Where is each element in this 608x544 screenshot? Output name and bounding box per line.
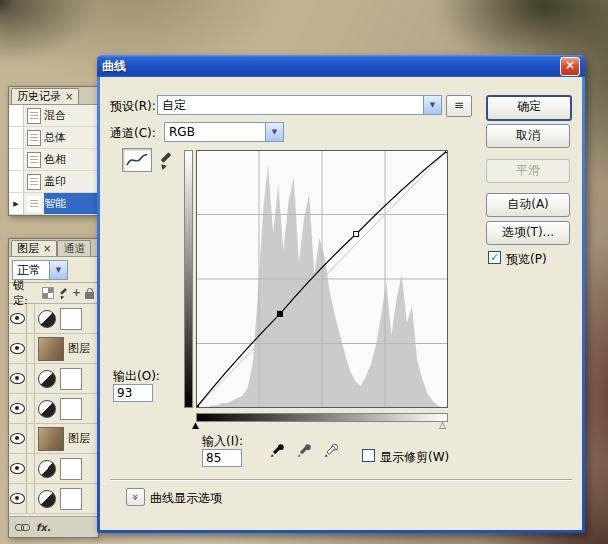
preview-checkbox[interactable]: ✓ <box>488 251 501 264</box>
adjustment-layer-icon <box>38 490 56 508</box>
white-point-eyedropper-button[interactable] <box>320 439 342 461</box>
layer-mask-thumbnail[interactable] <box>60 368 82 390</box>
history-item-label: 智能 <box>44 196 66 211</box>
close-icon[interactable]: × <box>560 57 580 76</box>
layers-list: 图层 图层 <box>9 304 98 514</box>
blend-mode-select[interactable]: 正常 ▼ <box>12 260 68 280</box>
black-eyedropper-icon <box>269 442 286 459</box>
lock-transparency-icon[interactable] <box>42 287 54 299</box>
history-item-label: 盖印 <box>44 174 66 189</box>
dropdown-arrow-icon[interactable]: ▼ <box>265 123 283 141</box>
history-item[interactable]: 混合 <box>9 105 98 127</box>
adjustment-layer-icon <box>38 370 56 388</box>
curve-tool-icon <box>126 153 148 167</box>
cancel-button[interactable]: 取消 <box>486 124 570 148</box>
layer-thumbnail[interactable] <box>38 337 64 361</box>
black-point-eyedropper-button[interactable] <box>266 439 288 461</box>
panel-close-icon[interactable]: × <box>43 244 51 254</box>
tab-layers[interactable]: 图层 × <box>11 240 57 256</box>
layer-row[interactable]: 图层 <box>9 334 98 364</box>
eye-icon <box>10 463 25 474</box>
output-label: 输出(O): <box>113 368 160 385</box>
shadow-slider[interactable]: ▲ <box>192 421 199 430</box>
channel-select[interactable]: RGB ▼ <box>164 122 284 142</box>
dropdown-arrow-icon[interactable]: ▼ <box>423 96 441 114</box>
panel-close-icon[interactable]: × <box>65 92 73 102</box>
layer-thumbnail[interactable] <box>38 427 64 451</box>
history-panel: 历史记录 × 混合 总体 色相 盖印 <box>8 86 99 216</box>
visibility-toggle[interactable] <box>9 484 27 513</box>
curve-plot-area[interactable] <box>196 150 448 408</box>
input-input[interactable] <box>202 449 242 467</box>
channels-tab-label: 通道 <box>63 241 85 256</box>
layer-name[interactable]: 图层 <box>68 431 90 446</box>
layer-row[interactable] <box>9 454 98 484</box>
layer-row[interactable]: 图层 <box>9 424 98 454</box>
highlight-slider[interactable]: △ <box>439 421 446 430</box>
preset-options-menu-button[interactable]: ≡ <box>446 95 472 117</box>
preset-label: 预设(R): <box>110 98 156 115</box>
eye-icon <box>10 313 25 324</box>
history-source-cell[interactable]: ▶ <box>9 193 24 214</box>
history-panel-tabbar: 历史记录 × <box>9 87 98 105</box>
history-source-cell[interactable] <box>9 171 24 192</box>
layers-panel: 图层 × 通道 正常 ▼ 锁定: + <box>8 238 99 538</box>
layer-mask-thumbnail[interactable] <box>60 458 82 480</box>
tab-history[interactable]: 历史记录 × <box>11 88 79 104</box>
curve-plot <box>196 150 448 408</box>
history-source-cell[interactable] <box>9 127 24 148</box>
visibility-toggle[interactable] <box>9 454 27 483</box>
tab-channels[interactable]: 通道 <box>57 240 91 256</box>
curves-dialog: 曲线 × 预设(R): 自定 ▼ ≡ 通道(C): RGB ▼ <box>97 55 585 533</box>
layer-row[interactable] <box>9 364 98 394</box>
history-source-cell[interactable] <box>9 149 24 170</box>
layer-mask-thumbnail[interactable] <box>60 488 82 510</box>
ok-button[interactable]: 确定 <box>486 95 572 121</box>
preview-label: 预览(P) <box>506 251 547 268</box>
layer-style-icon[interactable]: fx. <box>36 522 51 533</box>
layer-row[interactable] <box>9 304 98 334</box>
visibility-toggle[interactable] <box>9 424 27 453</box>
show-clipping-checkbox[interactable] <box>362 449 375 462</box>
history-state-icon <box>27 130 41 146</box>
history-state-icon <box>27 152 41 168</box>
draw-curve-tool-button[interactable] <box>158 152 176 170</box>
auto-button[interactable]: 自动(A) <box>486 193 570 217</box>
visibility-toggle[interactable] <box>9 364 27 393</box>
lock-move-icon[interactable]: + <box>72 288 81 298</box>
history-state-icon <box>27 108 41 124</box>
eye-icon <box>10 373 25 384</box>
options-button[interactable]: 选项(T)... <box>486 221 570 245</box>
dialog-titlebar[interactable]: 曲线 × <box>97 55 585 77</box>
layer-name[interactable]: 图层 <box>68 341 90 356</box>
layer-row[interactable] <box>9 484 98 514</box>
gray-point-eyedropper-button[interactable] <box>293 439 315 461</box>
output-input[interactable] <box>113 384 153 402</box>
adjustment-layer-icon <box>38 310 56 328</box>
layer-mask-thumbnail[interactable] <box>60 398 82 420</box>
visibility-toggle[interactable] <box>9 394 27 423</box>
dropdown-arrow-icon[interactable]: ▼ <box>49 261 67 279</box>
curve-display-options-expander[interactable]: » <box>126 488 145 506</box>
preset-select[interactable]: 自定 ▼ <box>157 95 442 115</box>
visibility-toggle[interactable] <box>9 334 27 363</box>
adjustment-layer-icon <box>38 460 56 478</box>
history-item[interactable]: 总体 <box>9 127 98 149</box>
separator <box>110 479 572 481</box>
lock-all-icon[interactable] <box>85 292 94 299</box>
eye-icon <box>10 493 25 504</box>
eye-icon <box>10 343 25 354</box>
history-item-selected[interactable]: ▶ 智能 <box>9 193 98 215</box>
history-source-cell[interactable] <box>9 105 24 126</box>
layer-mask-thumbnail[interactable] <box>60 308 82 330</box>
history-item[interactable]: 盖印 <box>9 171 98 193</box>
history-item[interactable]: 色相 <box>9 149 98 171</box>
layer-row[interactable] <box>9 394 98 424</box>
history-panel-title: 历史记录 <box>17 89 61 104</box>
link-layers-icon[interactable] <box>15 523 29 532</box>
lock-paint-icon[interactable] <box>59 288 68 297</box>
show-clipping-label: 显示修剪(W) <box>380 449 449 466</box>
visibility-toggle[interactable] <box>9 304 27 333</box>
edit-points-tool-button[interactable] <box>122 148 152 172</box>
smooth-button: 平滑 <box>486 159 570 183</box>
